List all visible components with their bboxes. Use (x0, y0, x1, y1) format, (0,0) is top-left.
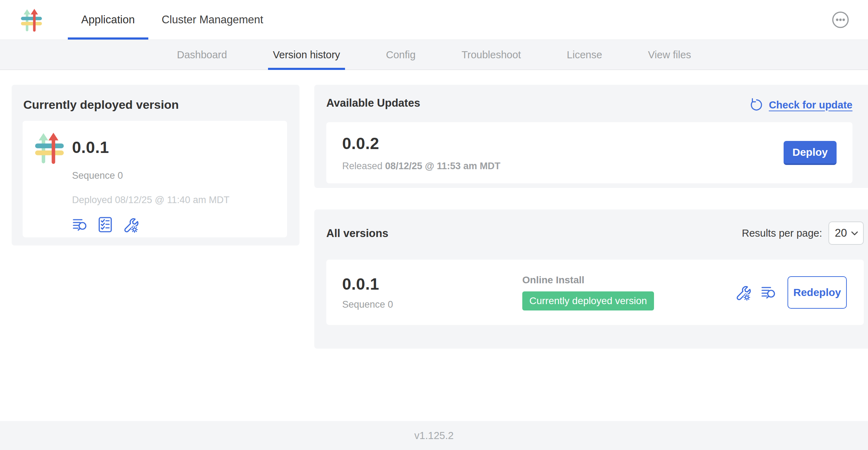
app-logo-icon (33, 131, 66, 165)
subnav-dashboard-label: Dashboard (177, 49, 227, 61)
version-row: 0.0.1 Sequence 0 Online Install Currentl… (326, 260, 864, 325)
check-for-update-link[interactable]: Check for update (749, 97, 852, 112)
install-type-label: Online Install (522, 274, 734, 286)
available-updates-title: Available Updates (326, 97, 420, 109)
chevron-down-icon (851, 230, 858, 236)
view-logs-icon[interactable] (72, 216, 89, 233)
row-actions: Redeploy (734, 276, 850, 309)
subnav-item-dashboard[interactable]: Dashboard (172, 40, 232, 70)
subnav-item-license[interactable]: License (562, 40, 607, 70)
all-versions-card: All versions Results per page: 20 (314, 209, 868, 349)
results-per-page-select[interactable]: 20 (828, 221, 864, 245)
deployed-version-panel: 0.0.1 Sequence 0 Deployed 08/12/25 @ 11:… (23, 121, 287, 237)
tab-application-label: Application (81, 13, 135, 26)
console-footer: v1.125.2 (0, 421, 868, 450)
all-versions-title: All versions (326, 221, 388, 240)
update-version-number: 0.0.2 (342, 134, 500, 153)
subnav-item-view-files[interactable]: View files (643, 40, 696, 70)
update-released-line: Released 08/12/25 @ 11:53 am MDT (342, 161, 500, 172)
deployed-timestamp: Deployed 08/12/25 @ 11:40 am MDT (72, 195, 277, 206)
released-date: 08/12/25 @ 11:53 am MDT (385, 161, 501, 171)
deployed-version-number: 0.0.1 (72, 131, 277, 157)
subnav-troubleshoot-label: Troubleshoot (462, 49, 521, 61)
subnav-license-label: License (567, 49, 602, 61)
redeploy-button[interactable]: Redeploy (787, 276, 847, 309)
available-updates-card: Available Updates Check for update 0.0.2 (314, 85, 868, 188)
refresh-icon (749, 97, 764, 112)
deployed-sequence: Sequence 0 (72, 170, 277, 181)
active-subnav-underline (268, 68, 345, 70)
subnav-item-version-history[interactable]: Version history (268, 40, 345, 70)
subnav-config-label: Config (386, 49, 416, 61)
console-version: v1.125.2 (414, 430, 453, 442)
tab-cluster-management-label: Cluster Management (162, 13, 263, 26)
subnav-item-troubleshoot[interactable]: Troubleshoot (457, 40, 526, 70)
deployed-actions (72, 216, 277, 233)
app-subnav: Dashboard Version history Config Trouble… (0, 40, 868, 70)
results-per-page-value: 20 (835, 227, 847, 239)
released-prefix: Released (342, 161, 385, 171)
app-logo-icon (20, 7, 42, 32)
currently-deployed-card: Currently deployed version 0.0.1 Sequenc… (12, 85, 299, 245)
tab-application[interactable]: Application (68, 0, 148, 40)
version-history-page: Currently deployed version 0.0.1 Sequenc… (0, 70, 868, 421)
currently-deployed-badge: Currently deployed version (522, 291, 654, 310)
subnav-view-files-label: View files (648, 49, 691, 61)
overflow-menu-button[interactable] (831, 11, 850, 29)
results-per-page-control: Results per page: 20 (742, 221, 864, 245)
tab-cluster-management[interactable]: Cluster Management (148, 0, 277, 40)
edit-config-icon[interactable] (734, 284, 751, 301)
deploy-button[interactable]: Deploy (784, 141, 837, 165)
top-tabs: Application Cluster Management (68, 0, 277, 40)
view-logs-icon[interactable] (761, 284, 778, 301)
ellipsis-circle-icon (831, 11, 850, 29)
top-navbar: Application Cluster Management (0, 0, 868, 40)
preflight-checks-icon[interactable] (97, 216, 114, 233)
active-tab-underline (68, 37, 148, 40)
row-sequence: Sequence 0 (342, 299, 522, 310)
check-for-update-label: Check for update (769, 99, 852, 111)
results-per-page-label: Results per page: (742, 227, 822, 239)
right-column: Available Updates Check for update 0.0.2 (314, 85, 868, 349)
subnav-item-config[interactable]: Config (381, 40, 421, 70)
row-version-number: 0.0.1 (342, 274, 522, 294)
currently-deployed-title: Currently deployed version (23, 96, 287, 121)
update-row: 0.0.2 Released 08/12/25 @ 11:53 am MDT D… (326, 122, 852, 183)
subnav-version-history-label: Version history (273, 49, 340, 61)
edit-config-icon[interactable] (121, 216, 138, 233)
